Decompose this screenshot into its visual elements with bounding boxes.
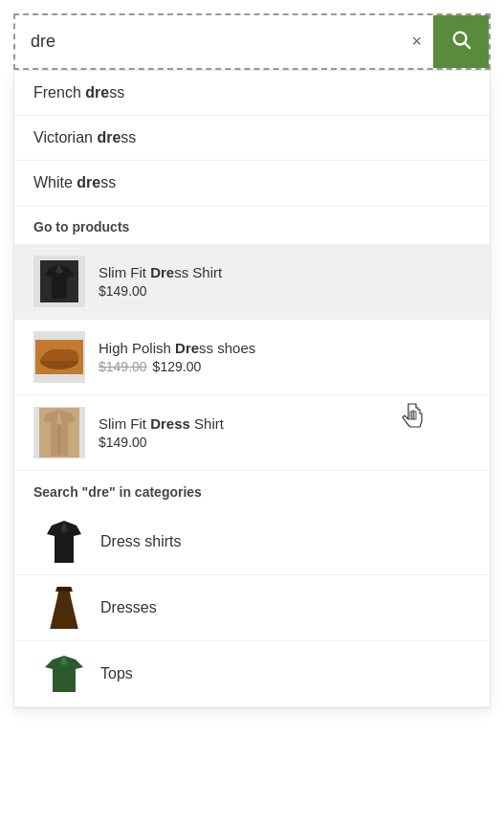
product-info: Slim Fit Dress Shirt $149.00 [99,415,471,450]
product-price: $149.00 [99,435,471,450]
product-price: $149.00$129.00 [99,359,471,374]
svg-line-1 [465,43,470,48]
search-bar: × [13,13,491,70]
suggestion-victorian-dress[interactable]: Victorian dress [14,116,490,161]
search-icon [450,29,471,55]
category-thumbnail [43,521,85,563]
suggestion-highlight: dre [97,129,121,145]
product-info: High Polish Dress shoes $149.00$129.00 [99,340,471,374]
product-thumbnail [33,331,85,383]
suggestion-highlight: dre [77,174,100,190]
categories-list: Dress shirts Dresses [14,509,490,707]
product-item-slim-fit-dress-shirt-2[interactable]: Slim Fit Dress Shirt $149.00 [14,395,490,471]
product-name: Slim Fit Dress Shirt [99,264,471,280]
product-thumbnail [33,256,85,307]
product-price: $149.00 [99,283,471,299]
clear-button[interactable]: × [400,22,433,61]
products-section-label: Go to products [14,206,490,244]
category-name: Dress shirts [100,533,181,550]
product-item-slim-fit-dress-shirt[interactable]: Slim Fit Dress Shirt $149.00 [14,244,490,320]
close-icon: × [411,32,422,51]
search-input[interactable] [15,18,400,65]
suggestion-white-dress[interactable]: White dress [14,161,490,206]
category-thumbnail [43,587,85,629]
search-button[interactable] [433,15,489,68]
product-name: Slim Fit Dress Shirt [99,415,471,432]
search-dropdown: French dress Victorian dress White dress… [13,70,491,708]
suggestion-french-dress[interactable]: French dress [14,71,490,116]
suggestion-highlight: dre [85,84,109,101]
category-item-tops[interactable]: Tops [14,641,490,707]
category-item-dresses[interactable]: Dresses [14,575,490,641]
category-item-dress-shirts[interactable]: Dress shirts [14,509,490,575]
category-name: Dresses [100,599,157,616]
category-name: Tops [100,665,133,682]
product-info: Slim Fit Dress Shirt $149.00 [99,264,471,299]
product-thumbnail [33,407,85,458]
product-item-high-polish-dress-shoes[interactable]: High Polish Dress shoes $149.00$129.00 [14,320,490,395]
categories-section-label: Search "dre" in categories [14,471,490,509]
product-name: High Polish Dress shoes [99,340,471,356]
category-thumbnail [43,653,85,695]
